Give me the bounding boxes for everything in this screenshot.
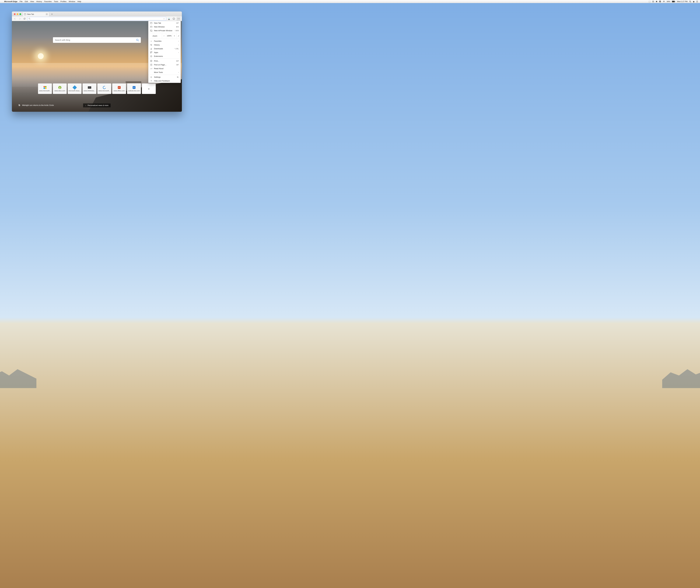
arrow-down-icon: ↓ bbox=[85, 104, 86, 106]
control-center-icon[interactable]: ☰ bbox=[696, 1, 698, 3]
svg-rect-28 bbox=[151, 61, 152, 62]
chevron-right-icon: › bbox=[178, 40, 179, 42]
svg-rect-24 bbox=[151, 52, 152, 52]
menu-help-feedback[interactable]: ? Help and Feedback bbox=[148, 79, 181, 83]
ntp-image-caption[interactable]: b Midnight sun returns to the Arctic Cir… bbox=[19, 104, 54, 107]
ntp-news-expand[interactable]: ↓ Personalized news & more bbox=[83, 103, 111, 108]
menu-new-inprivate[interactable]: New InPrivate Window ⇧⌘N bbox=[148, 29, 181, 32]
menu-history[interactable]: History bbox=[36, 0, 42, 3]
tile-343industries[interactable]: 343www.343indus... bbox=[83, 83, 96, 94]
menu-new-tab[interactable]: New Tab ⌘T bbox=[148, 21, 181, 25]
zoom-out-button[interactable]: − bbox=[162, 33, 166, 38]
bing-logo-icon: b bbox=[19, 104, 20, 107]
profile-button[interactable] bbox=[167, 17, 171, 21]
siri-icon[interactable]: ◉ bbox=[693, 1, 695, 3]
menu-downloads[interactable]: Downloads ⌥⌘L bbox=[148, 47, 181, 51]
zoom-value: 100% bbox=[166, 33, 172, 38]
tile-xbox[interactable]: www.xbox.com bbox=[53, 83, 67, 94]
menu-help[interactable]: Help bbox=[77, 0, 81, 3]
menu-extensions[interactable]: Extensions bbox=[148, 54, 181, 58]
menu-print[interactable]: Print... ⌘P bbox=[148, 59, 181, 63]
forward-button[interactable] bbox=[18, 17, 22, 21]
settings-and-more-button[interactable] bbox=[177, 17, 181, 21]
menu-new-window[interactable]: New Window ⌘N bbox=[148, 25, 181, 29]
print-icon bbox=[150, 60, 152, 62]
ntp-caption-text: Midnight sun returns to the Arctic Circl… bbox=[22, 104, 54, 106]
address-input[interactable] bbox=[31, 18, 162, 20]
menubar-appname[interactable]: Microsoft Edge bbox=[4, 0, 17, 3]
menu-history[interactable]: History › bbox=[148, 43, 181, 47]
globe-icon[interactable]: 🌐︎ bbox=[659, 1, 661, 3]
menu-more-tools[interactable]: More Tools › bbox=[148, 70, 181, 74]
new-tab-button[interactable]: ＋ bbox=[50, 12, 54, 16]
menu-find[interactable]: Find on Page... ⌘F bbox=[148, 63, 181, 67]
back-button[interactable] bbox=[13, 17, 17, 21]
address-bar[interactable]: ☆ bbox=[27, 17, 166, 21]
menu-view[interactable]: View bbox=[30, 0, 34, 3]
browser-toolbar: ☆ bbox=[12, 16, 182, 21]
ntp-search-input[interactable] bbox=[55, 39, 136, 41]
tab-title: New Tab bbox=[27, 13, 34, 15]
tab-favicon-icon bbox=[24, 13, 26, 15]
window-traffic-lights bbox=[14, 13, 21, 15]
svg-point-15 bbox=[179, 18, 180, 19]
menu-read-aloud[interactable]: A Read Aloud bbox=[148, 67, 181, 70]
tile-add-shortcut[interactable]: ＋ bbox=[142, 83, 156, 94]
dropbox-icon[interactable]: ⬚ bbox=[649, 1, 650, 3]
svg-rect-2 bbox=[675, 1, 675, 2]
wifi-icon[interactable] bbox=[663, 1, 665, 2]
svg-rect-25 bbox=[150, 53, 151, 53]
gear-icon bbox=[150, 76, 152, 78]
smiley-feedback-button[interactable] bbox=[172, 17, 176, 21]
tile-microsoft-2[interactable]: www.microsoft... bbox=[97, 83, 111, 94]
menu-file[interactable]: File bbox=[20, 0, 23, 3]
zoom-in-button[interactable]: ＋ bbox=[172, 33, 176, 38]
svg-point-11 bbox=[173, 18, 174, 19]
spotlight-icon[interactable] bbox=[689, 1, 691, 3]
fullscreen-button[interactable]: ⤢ bbox=[176, 33, 181, 38]
ntp-search-box[interactable] bbox=[53, 37, 141, 43]
menu-apps[interactable]: Apps › bbox=[148, 51, 181, 54]
tile-outlook[interactable]: Ooutlook.live.com bbox=[127, 83, 141, 94]
tile-visualstudio[interactable]: microsoft.visua... bbox=[68, 83, 82, 94]
svg-rect-29 bbox=[151, 64, 152, 66]
menu-edit[interactable]: Edit bbox=[25, 0, 28, 3]
read-aloud-icon: A bbox=[150, 68, 152, 69]
svg-point-9 bbox=[169, 18, 169, 19]
tray-icon-2[interactable]: ✺ bbox=[656, 1, 657, 3]
star-icon: ☆ bbox=[150, 40, 152, 42]
svg-text:A: A bbox=[150, 68, 151, 69]
tray-icon-1[interactable]: ⦿ bbox=[652, 1, 654, 3]
mac-menubar: Microsoft Edge File Edit View History Fa… bbox=[0, 0, 700, 3]
menu-favorites[interactable]: ☆ Favorites › bbox=[148, 39, 181, 43]
menubar-clock[interactable]: Wed 2:27 PM bbox=[677, 1, 688, 3]
ntp-sun-graphic bbox=[38, 53, 44, 59]
menu-settings[interactable]: Settings ⌘, bbox=[148, 75, 181, 79]
battery-percent[interactable]: 94% bbox=[667, 1, 670, 3]
svg-point-7 bbox=[29, 18, 30, 19]
menu-favorites[interactable]: Favorites bbox=[44, 0, 52, 3]
svg-rect-1 bbox=[672, 1, 675, 2]
chevron-right-icon: › bbox=[178, 51, 179, 53]
battery-icon[interactable] bbox=[672, 1, 675, 2]
window-close-button[interactable] bbox=[14, 13, 16, 15]
favorite-star-icon[interactable]: ☆ bbox=[163, 17, 165, 20]
tile-microsoft[interactable]: www.microsoft... bbox=[38, 83, 52, 94]
menu-profiles[interactable]: Profiles bbox=[60, 0, 67, 3]
tile-office[interactable]: Pwww.office.com bbox=[112, 83, 126, 94]
window-zoom-button[interactable] bbox=[19, 13, 21, 15]
menu-window[interactable]: Window bbox=[69, 0, 75, 3]
svg-point-30 bbox=[151, 64, 151, 65]
refresh-button[interactable] bbox=[23, 17, 26, 21]
svg-rect-27 bbox=[150, 61, 152, 61]
ntp-search-icon[interactable] bbox=[136, 39, 139, 41]
tab-active[interactable]: New Tab ✕ bbox=[23, 12, 49, 16]
window-minimize-button[interactable] bbox=[17, 13, 18, 15]
desktop-mountain-right bbox=[662, 367, 700, 388]
tab-close-button[interactable]: ✕ bbox=[46, 13, 48, 15]
svg-point-16 bbox=[137, 39, 138, 41]
svg-point-3 bbox=[689, 1, 691, 2]
chevron-right-icon: › bbox=[178, 44, 179, 46]
menu-tools[interactable]: Tools bbox=[54, 0, 58, 3]
svg-rect-23 bbox=[150, 52, 151, 52]
